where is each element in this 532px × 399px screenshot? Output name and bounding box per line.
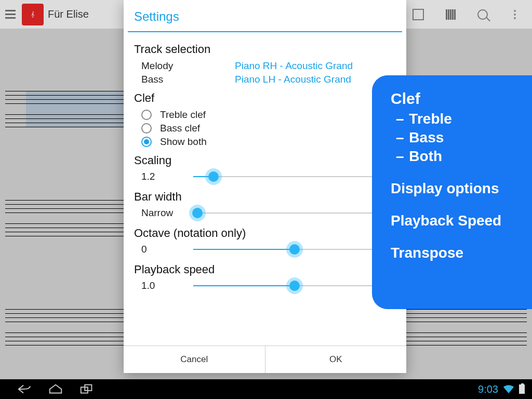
octave-slider[interactable]: [193, 243, 396, 256]
track-melody-value: Piano RH - Acoustic Grand: [235, 60, 353, 72]
callout-display: Display options: [391, 180, 528, 197]
overflow-icon[interactable]: [507, 7, 523, 22]
clef-option-both[interactable]: Show both: [134, 135, 396, 149]
clock-time: 9:03: [478, 383, 498, 395]
track-bass-row[interactable]: Bass Piano LH - Acoustic Grand: [134, 73, 396, 86]
app-icon: 𝄞: [22, 4, 44, 25]
search-icon[interactable]: [475, 7, 490, 22]
back-icon[interactable]: [17, 383, 32, 395]
barwidth-heading: Bar width: [134, 190, 396, 204]
barwidth-value: Narrow: [141, 207, 193, 219]
clef-heading: Clef: [134, 91, 396, 105]
callout-clef-heading: Clef: [391, 90, 528, 108]
clef-treble-label: Treble clef: [160, 109, 206, 121]
app-title: Für Elise: [48, 8, 89, 20]
home-icon[interactable]: [48, 383, 63, 395]
clef-option-bass[interactable]: Bass clef: [134, 122, 396, 135]
track-selection-heading: Track selection: [134, 43, 396, 56]
scaling-slider[interactable]: [193, 170, 396, 183]
track-bass-value: Piano LH - Acoustic Grand: [235, 74, 351, 85]
track-melody-row[interactable]: Melody Piano RH - Acoustic Grand: [134, 59, 396, 73]
callout-both: Both: [409, 148, 442, 164]
octave-value: 0: [141, 244, 193, 255]
radio-icon: [141, 110, 152, 120]
settings-dialog: Settings Track selection Melody Piano RH…: [124, 0, 406, 373]
cancel-button[interactable]: Cancel: [124, 346, 265, 373]
scaling-heading: Scaling: [134, 154, 396, 167]
piano-icon[interactable]: [443, 7, 458, 22]
octave-heading: Octave (notation only): [134, 227, 396, 240]
speed-heading: Playback speed: [134, 263, 396, 276]
battery-icon: [519, 384, 525, 394]
callout-speed: Playback Speed: [391, 212, 528, 229]
track-bass-label: Bass: [141, 74, 235, 85]
system-nav-bar: 9:03: [0, 379, 532, 399]
menu-icon[interactable]: [3, 8, 18, 21]
callout-transpose: Transpose: [391, 245, 528, 261]
callout-treble: Treble: [409, 111, 451, 127]
recents-icon[interactable]: [79, 383, 95, 395]
radio-icon: [141, 123, 152, 134]
ok-button[interactable]: OK: [265, 346, 407, 373]
clef-option-treble[interactable]: Treble clef: [134, 108, 396, 122]
dialog-title: Settings: [124, 0, 406, 31]
clef-both-label: Show both: [160, 136, 207, 148]
scaling-value: 1.2: [141, 171, 193, 182]
radio-icon-selected: [141, 137, 152, 147]
stop-icon[interactable]: [410, 7, 426, 22]
speed-value: 1.0: [141, 280, 193, 291]
barwidth-slider[interactable]: [193, 207, 396, 219]
track-melody-label: Melody: [141, 60, 235, 72]
feature-callout: Clef – Treble – Bass – Both Display opti…: [372, 75, 532, 309]
callout-bass: Bass: [409, 129, 444, 145]
speed-slider[interactable]: [193, 280, 396, 292]
clef-bass-label: Bass clef: [160, 123, 200, 134]
wifi-icon: [503, 385, 514, 393]
